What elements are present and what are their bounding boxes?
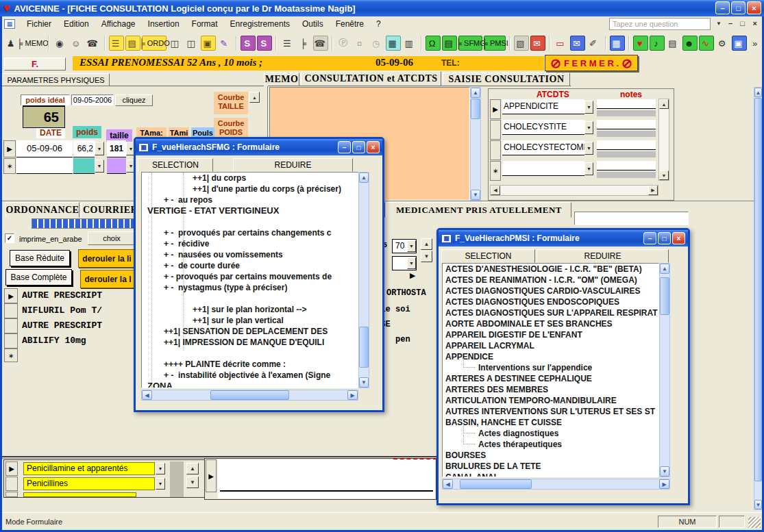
- tab-courrier[interactable]: COURRIER: [81, 203, 140, 218]
- resize-grip[interactable]: [748, 517, 761, 528]
- courbe-taille-button[interactable]: Courbe TAILLE: [214, 92, 248, 114]
- atcdt-dropdown-button[interactable]: ▼: [584, 121, 593, 134]
- list-item[interactable]: ACTES DIAGNOSTIQUES SUR L'APPAREIL RESPI…: [443, 307, 658, 318]
- row-selector[interactable]: ▶: [490, 99, 501, 119]
- mdi-minimize-button[interactable]: –: [726, 19, 735, 27]
- prescription-row[interactable]: AUTRE PRESCRIPT: [22, 288, 136, 303]
- memo-tree-button[interactable]: ╞MEMO: [21, 36, 45, 51]
- atcdt-combo[interactable]: CHOLECYSTITE: [502, 120, 584, 135]
- taille-cell-empty[interactable]: [107, 158, 126, 174]
- row-selector[interactable]: [5, 492, 18, 497]
- scroll-up-button[interactable]: ▲: [249, 92, 260, 103]
- close-button[interactable]: ×: [367, 141, 380, 153]
- window-titlebar[interactable]: ♥ AVICENNE - [FICHE CONSULTATION Logicie…: [0, 0, 764, 16]
- pmsi-tab-reduire[interactable]: REDUIRE: [537, 249, 669, 263]
- pmsi-tree-button[interactable]: ╞PMSI: [484, 36, 506, 51]
- mdi-restore-button[interactable]: □: [737, 19, 748, 27]
- tab-consultation-atcdts[interactable]: CONSULTATION et ATCDTS: [301, 71, 441, 86]
- question-dropdown-icon[interactable]: ▼: [716, 21, 722, 27]
- row-selector[interactable]: ▶: [4, 288, 18, 303]
- allergy-dropdown-button[interactable]: ▼: [156, 478, 165, 490]
- list-item[interactable]: APPAREIL LACRYMAL: [443, 340, 658, 351]
- poids-dropdown-button[interactable]: ▼: [95, 142, 104, 155]
- record-up-button[interactable]: ▲: [186, 463, 199, 474]
- tab-saisie-consultation[interactable]: SAISIE CONSULTATION: [443, 73, 570, 86]
- pmsi-vscrollbar[interactable]: ▲ ▼: [659, 263, 670, 477]
- sfmg-s2-icon[interactable]: S: [257, 36, 272, 51]
- row-selector[interactable]: ▶: [3, 140, 16, 157]
- prescription-row[interactable]: ABILIFY 10mg: [22, 333, 136, 349]
- prescription-row[interactable]: NIFLURIL Pom T/: [22, 303, 136, 318]
- form-grey-icon[interactable]: ▤: [666, 36, 681, 51]
- tree-item[interactable]: + - instabilité objectivée à l'examen (S…: [142, 370, 358, 381]
- smiley-icon[interactable]: ☺: [69, 36, 84, 51]
- note-cell[interactable]: [597, 120, 656, 129]
- menu-item[interactable]: Edition: [58, 17, 95, 31]
- combo-dropdown-button[interactable]: ▼: [407, 257, 416, 269]
- close-button[interactable]: ×: [672, 232, 685, 244]
- fermer-button[interactable]: ⊘ F E R M E R . ⊘: [545, 55, 638, 71]
- row-selector[interactable]: ▶: [410, 271, 415, 280]
- tree-item[interactable]: ++1| du corps: [142, 173, 358, 183]
- new-row-selector[interactable]: ∗: [4, 349, 18, 362]
- cliquez-button[interactable]: cliquez: [115, 94, 153, 106]
- question-search-input[interactable]: Tapez une question: [609, 18, 711, 30]
- piggy-bank-icon[interactable]: ¤: [353, 36, 368, 51]
- list-small-icon[interactable]: ☰: [280, 36, 295, 51]
- base-reduite-button[interactable]: Base Réduite: [10, 250, 70, 266]
- courbe-poids-button[interactable]: Courbe POIDS: [214, 118, 248, 139]
- toolbar-separator[interactable]: [275, 36, 277, 51]
- tv-icon[interactable]: ▣: [732, 36, 747, 51]
- patient-initial-button[interactable]: F.: [4, 58, 66, 71]
- scroll-up-button[interactable]: ▲: [660, 264, 669, 274]
- tree-item[interactable]: [142, 216, 358, 227]
- toolbar-separator[interactable]: [332, 36, 333, 51]
- close-button[interactable]: ×: [747, 1, 761, 14]
- tab-parametres-physiques[interactable]: PARAMETRES PHYSIQUES: [2, 73, 110, 86]
- atcdts-vscrollbar[interactable]: ▲ ▼: [658, 99, 669, 181]
- maximize-button[interactable]: □: [658, 232, 671, 244]
- tree-small-icon[interactable]: ╞: [297, 36, 312, 51]
- minimize-button[interactable]: –: [643, 232, 656, 244]
- scroll-down-button[interactable]: ▼: [471, 190, 480, 200]
- maximize-button[interactable]: □: [352, 141, 365, 153]
- penguin-icon[interactable]: ☻: [682, 36, 698, 51]
- note-cell[interactable]: [597, 99, 656, 109]
- mail-blue-icon[interactable]: ✉: [570, 36, 585, 51]
- toolbar-separator[interactable]: [628, 36, 630, 51]
- menu-item[interactable]: Insertion: [142, 17, 186, 31]
- tree-item[interactable]: ++1| sur le plan horizontal -->: [142, 304, 358, 315]
- new-row-selector[interactable]: ∗: [3, 158, 16, 174]
- pulse-icon[interactable]: ∿: [699, 36, 714, 51]
- scroll-right-button[interactable]: ▶: [648, 186, 658, 195]
- scroll-down-button[interactable]: ▼: [359, 377, 369, 388]
- derouler-liste2-button[interactable]: derouler la l: [80, 270, 136, 288]
- mail-red-icon[interactable]: ✉: [530, 36, 545, 51]
- speaker-icon[interactable]: ♪: [650, 36, 665, 51]
- row-selector[interactable]: [5, 477, 18, 491]
- tree-item[interactable]: + - récidive: [142, 238, 358, 249]
- date-cell-empty[interactable]: [16, 158, 73, 174]
- scroll-up-button[interactable]: ▲: [754, 88, 762, 97]
- tree-item[interactable]: ++++ PLAINTE décrite comme :: [142, 359, 358, 370]
- scroll-down-button[interactable]: ▼: [659, 170, 669, 180]
- heart-green-icon[interactable]: ♥: [633, 36, 648, 51]
- pmsi-list[interactable]: ACTES D'ANESTHESIOLOGIE - I.C.R. "BE" (B…: [442, 263, 659, 477]
- pmsi-tab-selection[interactable]: SELECTION: [441, 249, 535, 263]
- tree-item[interactable]: + - de courte durée: [142, 260, 358, 271]
- atcdt-combo[interactable]: CHOLECYSTECTOMIE: [502, 140, 584, 155]
- toolbar-separator[interactable]: [48, 36, 49, 51]
- overflow-chevron[interactable]: »: [748, 36, 763, 51]
- scroll-up-button[interactable]: ▲: [359, 173, 369, 183]
- form-blue-icon[interactable]: ▦: [610, 36, 625, 51]
- sfmg-tab-selection[interactable]: SELECTION: [138, 158, 213, 172]
- wand-icon[interactable]: ✐: [587, 36, 602, 51]
- tree-item[interactable]: VERTIGE - ETAT VERTIGINEUX: [142, 205, 358, 216]
- taille-cell[interactable]: 181: [107, 140, 126, 157]
- print-preview-icon[interactable]: ◫: [168, 36, 183, 51]
- spinner-down-button[interactable]: ▼: [421, 251, 432, 262]
- toolbar-separator[interactable]: [549, 36, 550, 51]
- scroll-right-button[interactable]: ▶: [347, 390, 358, 400]
- row-selector[interactable]: [490, 120, 501, 140]
- toolbar-separator[interactable]: [421, 36, 422, 51]
